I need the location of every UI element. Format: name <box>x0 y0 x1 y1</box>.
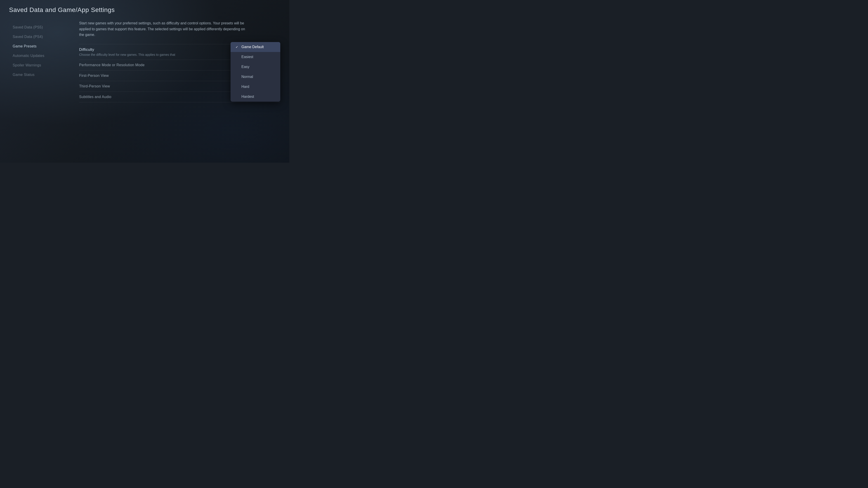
dropdown-option-easiest[interactable]: Easiest <box>230 52 280 62</box>
sidebar-item-game-status[interactable]: Game Status <box>9 70 72 79</box>
dropdown-option-hard[interactable]: Hard <box>230 82 280 92</box>
dropdown-option-label-normal: Normal <box>241 75 253 79</box>
sidebar-item-saved-data-ps4[interactable]: Saved Data (PS4) <box>9 32 72 41</box>
setting-description-difficulty: Choose the difficulty level for new game… <box>79 53 206 57</box>
main-content: Start new games with your preferred sett… <box>72 20 280 158</box>
dropdown-option-label-easiest: Easiest <box>241 55 253 59</box>
difficulty-dropdown: Game DefaultEasiestEasyNormalHardHardest <box>230 42 280 102</box>
sidebar-item-spoiler-warnings[interactable]: Spoiler Warnings <box>9 61 72 70</box>
content-area: Saved Data (PS5)Saved Data (PS4)Game Pre… <box>9 20 280 158</box>
sidebar-item-automatic-updates[interactable]: Automatic Updates <box>9 51 72 61</box>
dropdown-option-label-game-default: Game Default <box>241 45 264 49</box>
description-text: Start new games with your preferred sett… <box>79 20 251 38</box>
dropdown-option-hardest[interactable]: Hardest <box>230 92 280 102</box>
sidebar: Saved Data (PS5)Saved Data (PS4)Game Pre… <box>9 20 72 158</box>
dropdown-option-normal[interactable]: Normal <box>230 72 280 82</box>
dropdown-option-label-hard: Hard <box>241 85 249 89</box>
dropdown-option-label-hardest: Hardest <box>241 95 254 99</box>
setting-item-difficulty[interactable]: DifficultyChoose the difficulty level fo… <box>79 44 280 60</box>
dropdown-option-game-default[interactable]: Game Default <box>230 42 280 52</box>
settings-list: DifficultyChoose the difficulty level fo… <box>79 44 280 102</box>
sidebar-item-game-presets[interactable]: Game Presets <box>9 41 72 51</box>
dropdown-option-easy[interactable]: Easy <box>230 62 280 72</box>
dropdown-option-label-easy: Easy <box>241 65 250 69</box>
check-icon-game-default <box>235 45 239 49</box>
page-container: Saved Data and Game/App Settings Saved D… <box>0 0 289 163</box>
page-title: Saved Data and Game/App Settings <box>9 6 280 13</box>
sidebar-item-saved-data-ps5[interactable]: Saved Data (PS5) <box>9 23 72 32</box>
